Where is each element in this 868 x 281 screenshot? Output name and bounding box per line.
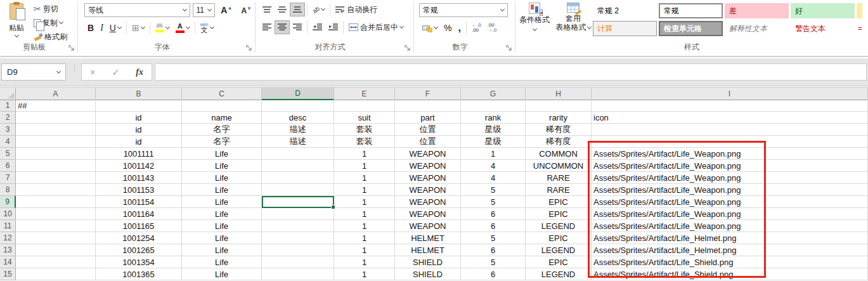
cell-A1[interactable]: ## — [16, 100, 96, 112]
cancel-button[interactable]: × — [90, 67, 95, 77]
wrap-text-button[interactable]: 自动换行 — [332, 3, 380, 16]
formula-input[interactable] — [155, 63, 867, 81]
align-middle-button[interactable] — [275, 3, 290, 16]
cell-H15[interactable]: LEGEND — [526, 268, 592, 280]
cell-E9[interactable]: 1 — [334, 196, 395, 208]
font-color-button[interactable]: A — [172, 21, 193, 35]
grow-font-button[interactable]: A▲ — [217, 3, 235, 17]
cell-H8[interactable]: RARE — [526, 184, 592, 196]
cell-H6[interactable]: UNCOMMON — [526, 160, 592, 172]
cell-E12[interactable]: 1 — [334, 232, 395, 244]
phonetic-button[interactable]: wén文 — [197, 21, 217, 35]
cell-F8[interactable]: WEAPON — [395, 184, 461, 196]
cell-G1[interactable] — [461, 100, 526, 112]
cell-G9[interactable]: 5 — [461, 196, 526, 208]
cell-H9[interactable]: EPIC — [526, 196, 592, 208]
align-left-button[interactable] — [259, 20, 275, 34]
cell-E8[interactable]: 1 — [334, 184, 395, 196]
format-as-table-button[interactable]: 套用 表格格式 — [554, 0, 593, 36]
cell-D15[interactable] — [262, 268, 334, 280]
cell-H7[interactable]: RARE — [526, 172, 592, 184]
cell-C1[interactable] — [182, 100, 262, 112]
cell-I1[interactable] — [592, 100, 868, 112]
cell-D1[interactable] — [262, 100, 334, 112]
cell-E1[interactable] — [334, 100, 395, 112]
cell-C12[interactable]: Life — [182, 232, 262, 244]
row-header-10[interactable]: 10 — [0, 208, 16, 220]
row-header-2[interactable]: 2 — [0, 112, 16, 124]
align-top-button[interactable] — [259, 3, 275, 16]
alignment-dialog-launcher[interactable] — [405, 45, 411, 51]
row-header-3[interactable]: 3 — [0, 124, 16, 136]
cell-B5[interactable]: 1001111 — [96, 148, 182, 160]
row-header-11[interactable]: 11 — [0, 220, 16, 232]
cell-B12[interactable]: 1001254 — [96, 232, 182, 244]
cell-D3[interactable]: 描述 — [262, 124, 334, 136]
fill-color-button[interactable] — [152, 21, 172, 35]
row-header-5[interactable]: 5 — [0, 148, 16, 160]
cell-H12[interactable]: EPIC — [526, 232, 592, 244]
cell-E7[interactable]: 1 — [334, 172, 395, 184]
cell-B2[interactable]: id — [96, 112, 182, 124]
row-header-4[interactable]: 4 — [0, 136, 16, 148]
copy-button[interactable]: 复制 — [30, 16, 70, 30]
cell-F6[interactable]: WEAPON — [395, 160, 461, 172]
cell-B10[interactable]: 1001164 — [96, 208, 182, 220]
accounting-format-button[interactable] — [419, 21, 441, 35]
cell-D10[interactable] — [262, 208, 334, 220]
cell-B15[interactable]: 1001365 — [96, 268, 182, 280]
cell-A8[interactable] — [16, 184, 96, 196]
cell-H4[interactable]: 稀有度 — [526, 136, 592, 148]
number-dialog-launcher[interactable] — [506, 45, 512, 51]
cell-B9[interactable]: 1001154 — [96, 196, 182, 208]
cell-E10[interactable]: 1 — [334, 208, 395, 220]
cell-C8[interactable]: Life — [182, 184, 262, 196]
cell-F13[interactable]: HELMET — [395, 244, 461, 256]
cell-D11[interactable] — [262, 220, 334, 232]
column-header-E[interactable]: E — [334, 88, 395, 100]
column-header-I[interactable]: I — [592, 88, 868, 100]
cell-G14[interactable]: 5 — [461, 256, 526, 268]
cell-C3[interactable]: 名字 — [182, 124, 262, 136]
formula-bar-grip[interactable]: ⋮ — [71, 66, 79, 70]
cell-C14[interactable]: Life — [182, 256, 262, 268]
cell-C6[interactable]: Life — [182, 160, 262, 172]
cell-D4[interactable]: 描述 — [262, 136, 334, 148]
decrease-indent-button[interactable] — [309, 20, 325, 34]
percent-style-button[interactable]: % — [441, 21, 455, 35]
cell-F1[interactable] — [395, 100, 461, 112]
cell-G15[interactable]: 6 — [461, 268, 526, 280]
cell-B1[interactable] — [96, 100, 182, 112]
cell-B13[interactable]: 1001265 — [96, 244, 182, 256]
italic-button[interactable]: I — [97, 21, 107, 35]
cell-C13[interactable]: Life — [182, 244, 262, 256]
font-dialog-launcher[interactable] — [246, 45, 252, 51]
column-header-B[interactable]: B — [96, 88, 182, 100]
cell-G13[interactable]: 6 — [461, 244, 526, 256]
increase-indent-button[interactable] — [325, 20, 341, 34]
clipboard-dialog-launcher[interactable] — [68, 45, 75, 51]
cell-A6[interactable] — [16, 160, 96, 172]
row-header-1[interactable]: 1 — [0, 100, 16, 112]
cell-E11[interactable]: 1 — [334, 220, 395, 232]
row-header-12[interactable]: 12 — [0, 232, 16, 244]
row-header-13[interactable]: 13 — [0, 244, 16, 256]
cell-A14[interactable] — [16, 256, 96, 268]
cell-A9[interactable] — [16, 196, 96, 208]
insert-function-button[interactable]: fx — [136, 67, 143, 77]
cell-A13[interactable] — [16, 244, 96, 256]
cell-E15[interactable]: 1 — [334, 268, 395, 280]
cell-A15[interactable] — [16, 268, 96, 280]
cell-E6[interactable]: 1 — [334, 160, 395, 172]
cell-G5[interactable]: 1 — [461, 148, 526, 160]
cell-B8[interactable]: 1001153 — [96, 184, 182, 196]
row-header-7[interactable]: 7 — [0, 172, 16, 184]
align-bottom-button[interactable] — [290, 3, 305, 16]
cell-D8[interactable] — [262, 184, 334, 196]
align-right-button[interactable] — [290, 20, 305, 34]
cell-style-chip-r2-1[interactable]: 计算 — [593, 21, 657, 36]
align-center-button[interactable] — [275, 20, 290, 34]
cell-D14[interactable] — [262, 256, 334, 268]
orientation-button[interactable]: ab — [309, 3, 328, 16]
cell-F10[interactable]: WEAPON — [395, 208, 461, 220]
